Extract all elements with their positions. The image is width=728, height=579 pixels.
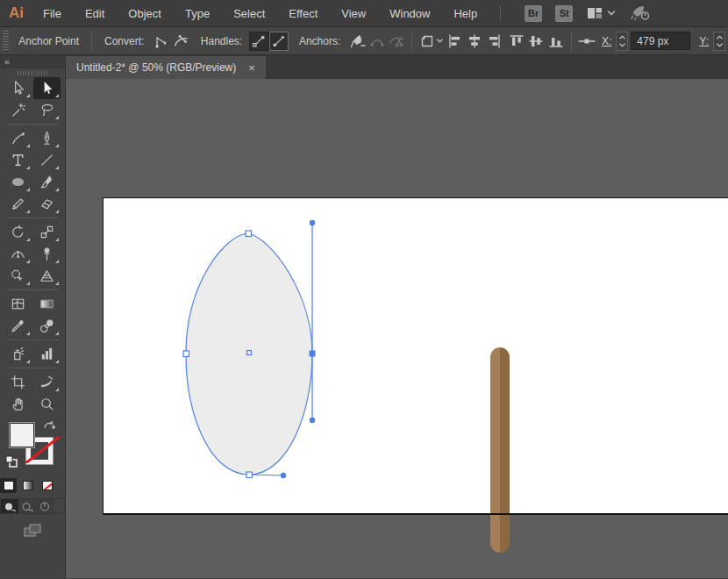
brush-libraries-button[interactable]: Br (525, 5, 542, 22)
column-graph-icon (39, 346, 55, 362)
default-fill-stroke-icon[interactable] (5, 455, 18, 471)
paintbrush-icon (39, 174, 55, 190)
reference-point-selector[interactable] (577, 31, 596, 52)
remove-anchor-button[interactable] (347, 31, 367, 52)
screen-mode-icon (23, 523, 42, 539)
canvas-pasteboard[interactable] (66, 79, 728, 578)
draw-inside-button[interactable] (36, 499, 54, 513)
control-bar-grip[interactable] (2, 31, 9, 52)
column-graph-tool[interactable] (33, 343, 61, 365)
swap-fill-stroke-icon[interactable] (42, 420, 56, 436)
menu-help[interactable]: Help (453, 7, 477, 20)
screen-mode-control[interactable] (0, 523, 65, 539)
menu-view[interactable]: View (341, 7, 366, 20)
x-stepper[interactable] (616, 32, 628, 51)
draw-normal-button[interactable] (1, 499, 18, 513)
align-horizontal-left-button[interactable] (445, 31, 464, 52)
perspective-grid-tool[interactable] (33, 265, 61, 287)
lasso-tool[interactable] (33, 99, 61, 121)
none-button[interactable] (39, 478, 55, 493)
artboard[interactable] (103, 197, 728, 515)
line-segment-tool[interactable] (33, 149, 61, 171)
cut-path-button[interactable] (387, 31, 406, 52)
menu-object[interactable]: Object (128, 7, 161, 20)
menu-effect[interactable]: Effect (289, 7, 318, 20)
graphic-styles-button[interactable]: St (555, 5, 573, 22)
align-horizontal-right-button[interactable] (484, 31, 503, 52)
y-stepper[interactable] (713, 32, 725, 51)
direct-selection-tool[interactable] (33, 77, 61, 99)
hide-handles-button[interactable] (269, 32, 289, 51)
ellipse-tool[interactable] (4, 171, 32, 193)
slice-tool[interactable] (33, 371, 61, 393)
puppet-warp-tool[interactable] (33, 243, 61, 265)
draw-behind-button[interactable] (18, 499, 36, 513)
shape-builder-icon (10, 268, 26, 284)
document-tab[interactable]: Untitled-2* @ 50% (RGB/Preview) × (66, 56, 266, 79)
align-vertical-center-button[interactable] (526, 31, 546, 52)
eraser-tool[interactable] (33, 193, 61, 215)
fill-swatch[interactable] (9, 422, 35, 448)
reference-point-icon (577, 32, 596, 50)
eyedropper-tool[interactable] (4, 315, 32, 337)
type-tool[interactable] (4, 149, 32, 171)
convert-to-corner-button[interactable] (151, 31, 170, 52)
menu-select[interactable]: Select (233, 7, 265, 20)
tab-close-icon[interactable]: × (248, 62, 255, 74)
gradient-tool[interactable] (33, 293, 61, 315)
blend-tool[interactable] (33, 315, 61, 337)
width-tool[interactable] (4, 243, 32, 265)
align-to-dropdown[interactable] (418, 31, 445, 52)
menu-edit[interactable]: Edit (85, 7, 104, 20)
gradient-button[interactable] (19, 478, 36, 493)
document-tab-title: Untitled-2* @ 50% (RGB/Preview) (76, 61, 236, 74)
zoom-icon (39, 396, 55, 412)
mesh-tool[interactable] (4, 293, 32, 315)
align-vertical-bottom-button[interactable] (546, 31, 566, 52)
gpu-performance-icon[interactable] (629, 4, 652, 22)
magic-wand-tool[interactable] (4, 99, 32, 121)
selection-tool[interactable] (4, 77, 32, 99)
direct-selection-tool-icon (39, 80, 55, 96)
pen-tool[interactable] (33, 127, 61, 149)
zoom-tool[interactable] (33, 393, 61, 415)
collapse-panel-button[interactable]: « (0, 55, 65, 68)
menu-bar: Ai File Edit Object Type Select Effect V… (0, 0, 728, 26)
align-horizontal-center-button[interactable] (465, 31, 484, 52)
tool-group-separator (7, 124, 58, 125)
align-top-icon (508, 32, 525, 50)
symbol-sprayer-tool[interactable] (4, 343, 32, 365)
artboard-tool[interactable] (4, 371, 32, 393)
stick-shape[interactable] (490, 347, 510, 553)
align-vertical-top-button[interactable] (507, 31, 526, 52)
control-panel-label: Anchor Point (18, 35, 79, 47)
workspace-switcher[interactable] (586, 5, 616, 21)
x-label[interactable]: X: (602, 35, 611, 47)
separator (411, 31, 412, 52)
x-value-input[interactable] (631, 32, 690, 50)
ellipse-tool-icon (10, 174, 26, 190)
illustrator-window: Ai File Edit Object Type Select Effect V… (0, 0, 728, 579)
pencil-tool[interactable] (4, 193, 32, 215)
y-label[interactable]: Y: (699, 35, 709, 47)
paintbrush-tool[interactable] (33, 171, 61, 193)
menu-type[interactable]: Type (185, 7, 210, 20)
tools-panel: « (0, 55, 66, 578)
hand-tool[interactable] (4, 393, 32, 415)
connect-endpoints-button[interactable] (368, 31, 387, 52)
tools-panel-grip[interactable] (0, 68, 65, 77)
magic-wand-icon (10, 102, 26, 118)
pen-tool-icon (39, 130, 55, 147)
scale-tool[interactable] (33, 221, 61, 243)
color-button[interactable] (0, 478, 17, 493)
menu-window[interactable]: Window (389, 7, 430, 20)
handles-label: Handles: (201, 35, 242, 47)
menu-file[interactable]: File (43, 7, 61, 20)
show-handles-button[interactable] (249, 32, 268, 51)
fill-stroke-controls (0, 418, 66, 475)
rotate-tool[interactable] (4, 221, 32, 243)
curvature-tool[interactable] (4, 127, 32, 149)
convert-to-smooth-button[interactable] (171, 31, 190, 52)
shape-builder-tool[interactable] (4, 265, 32, 287)
curvature-tool-icon (10, 130, 26, 147)
